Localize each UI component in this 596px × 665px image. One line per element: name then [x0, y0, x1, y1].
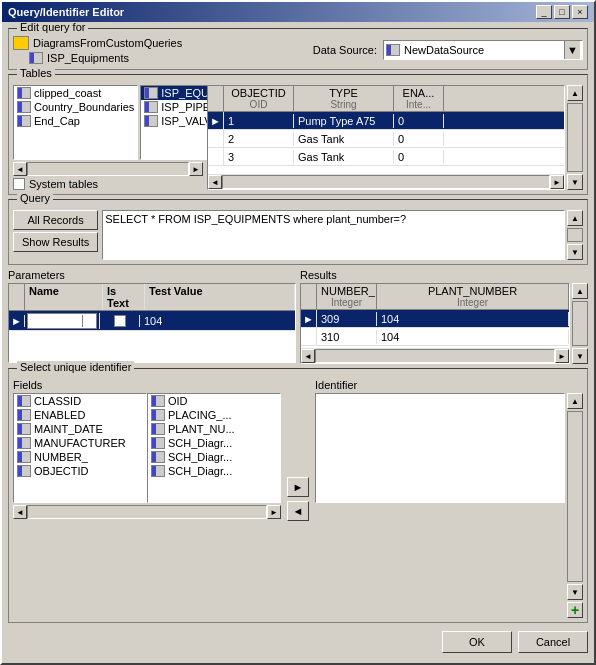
list-item[interactable]: End_Cap: [14, 114, 137, 128]
grid-hscroll-left[interactable]: ◄: [208, 175, 222, 189]
hscroll-track[interactable]: [27, 162, 189, 176]
tables-left-col: clipped_coast Country_Boundaries End_Cap: [13, 85, 138, 160]
ok-button[interactable]: OK: [442, 631, 512, 653]
cell-ena: 0: [394, 150, 444, 164]
results-vscroll: ▲ ▼: [572, 283, 588, 364]
results-row[interactable]: 310 104: [301, 328, 569, 346]
list-item[interactable]: PLACING_...: [148, 408, 280, 422]
system-tables-label: System tables: [29, 178, 98, 190]
row-marker: ►: [208, 112, 224, 129]
grid-hscroll-right[interactable]: ►: [550, 175, 564, 189]
fields-right-list[interactable]: OID PLACING_... PLANT_NU..: [147, 393, 281, 503]
query-text-area[interactable]: SELECT * FROM ISP_EQUIPMENTS where plant…: [102, 210, 565, 260]
query-content: All Records Show Results SELECT * FROM I…: [13, 210, 583, 260]
tables-section: Tables clipped_coast: [8, 74, 588, 195]
fields-left-list[interactable]: CLASSID ENABLED MAINT_DATE: [13, 393, 147, 503]
grid-icon: [17, 87, 31, 99]
grid-hscroll-track[interactable]: [222, 175, 550, 189]
list-item[interactable]: SCH_Diagr...: [148, 464, 280, 478]
selected-marker-icon: ►: [210, 115, 221, 127]
list-item[interactable]: MAINT_DATE: [14, 422, 146, 436]
query-vscroll-track[interactable]: [567, 228, 583, 242]
vscroll-down-btn[interactable]: ▼: [567, 174, 583, 190]
select-identifier-section: Select unique identifier Fields: [8, 368, 588, 623]
transfer-left-btn[interactable]: ◄: [287, 501, 309, 521]
list-item[interactable]: MANUFACTURER: [14, 436, 146, 450]
field-name: PLANT_NU...: [168, 423, 235, 435]
show-results-button[interactable]: Show Results: [13, 232, 98, 252]
maximize-button[interactable]: □: [554, 5, 570, 19]
child-tree-item: ISP_Equipments: [13, 51, 182, 65]
identifier-add-btn[interactable]: +: [567, 602, 583, 618]
fields-hscroll-right[interactable]: ►: [267, 505, 281, 519]
field-name: MAINT_DATE: [34, 423, 103, 435]
col-header-objectid: OBJECTID OID: [224, 86, 294, 111]
fields-section: Fields CLASSID: [13, 379, 281, 618]
list-item[interactable]: OBJECTID: [14, 464, 146, 478]
list-item[interactable]: Country_Boundaries: [14, 100, 137, 114]
cell-type: Pump Type A75: [294, 114, 394, 128]
table-row[interactable]: ► 1 Pump Type A75 0: [208, 112, 564, 130]
hscroll-right-btn[interactable]: ►: [189, 162, 203, 176]
vscroll-track[interactable]: [567, 103, 583, 172]
fields-hscroll-left[interactable]: ◄: [13, 505, 27, 519]
datasource-combo[interactable]: NewDataSource ▼: [383, 40, 583, 60]
results-hscroll-right[interactable]: ►: [555, 349, 569, 363]
list-item[interactable]: clipped_coast: [14, 86, 137, 100]
header-marker-cell: [208, 86, 224, 111]
system-tables-checkbox[interactable]: [13, 178, 25, 190]
child-item-label: ISP_Equipments: [47, 52, 129, 64]
results-hscroll-track[interactable]: [315, 349, 555, 363]
row-marker: [208, 130, 224, 147]
identifier-vscroll-up[interactable]: ▲: [567, 393, 583, 409]
list-item[interactable]: OID: [148, 394, 280, 408]
minimize-button[interactable]: _: [536, 5, 552, 19]
list-item[interactable]: ENABLED: [14, 408, 146, 422]
list-item[interactable]: NUMBER_: [14, 450, 146, 464]
tables-left-list[interactable]: clipped_coast Country_Boundaries End_Cap: [13, 85, 138, 160]
params-col-testval: Test Value: [145, 284, 295, 310]
tables-grid-body: ► 1 Pump Type A75 0 2 Gas Tank 0: [208, 112, 564, 172]
identifier-list[interactable]: [315, 393, 565, 503]
results-row[interactable]: ► 309 104: [301, 310, 569, 328]
list-item[interactable]: SCH_Diagr...: [148, 450, 280, 464]
cell-ena: 0: [394, 132, 444, 146]
params-istext-checkbox[interactable]: [114, 315, 126, 327]
params-row[interactable]: ► PlantNum ▼ 104: [9, 311, 295, 331]
tables-two-cols: clipped_coast Country_Boundaries End_Cap: [13, 85, 203, 160]
list-item[interactable]: SCH_Diagr...: [148, 436, 280, 450]
edit-query-section: Edit query for DiagramsFromCustomQueries…: [8, 28, 588, 70]
results-vscroll-up[interactable]: ▲: [572, 283, 588, 299]
params-name-combo[interactable]: PlantNum ▼: [27, 313, 97, 329]
query-text-wrapper: SELECT * FROM ISP_EQUIPMENTS where plant…: [102, 210, 583, 260]
results-vscroll-down[interactable]: ▼: [572, 348, 588, 364]
close-button[interactable]: ×: [572, 5, 588, 19]
identifier-vscroll-track[interactable]: [567, 411, 583, 582]
datasource-dropdown-arrow[interactable]: ▼: [564, 41, 580, 59]
transfer-right-btn[interactable]: ►: [287, 477, 309, 497]
query-section: Query All Records Show Results SELECT * …: [8, 199, 588, 265]
all-records-button[interactable]: All Records: [13, 210, 98, 230]
params-testvalue-cell[interactable]: 104: [140, 314, 295, 328]
datasource-value: NewDataSource: [404, 44, 564, 56]
fields-hscroll-track[interactable]: [27, 505, 267, 519]
identifier-vscroll-down[interactable]: ▼: [567, 584, 583, 600]
params-combo-arrow[interactable]: ▼: [82, 315, 94, 327]
cell-number: 309: [317, 312, 377, 326]
row-marker: [208, 148, 224, 165]
results-vscroll-track[interactable]: [572, 301, 588, 346]
table-row[interactable]: 3 Gas Tank 0: [208, 148, 564, 166]
results-hscroll-left[interactable]: ◄: [301, 349, 315, 363]
query-vscroll-up[interactable]: ▲: [567, 210, 583, 226]
hscroll-left-btn[interactable]: ◄: [13, 162, 27, 176]
cell-oid: 3: [224, 150, 294, 164]
table-row[interactable]: 2 Gas Tank 0: [208, 130, 564, 148]
grid-icon: [17, 423, 31, 435]
title-bar: Query/Identifier Editor _ □ ×: [2, 2, 594, 22]
list-item[interactable]: CLASSID: [14, 394, 146, 408]
vscroll-up-btn[interactable]: ▲: [567, 85, 583, 101]
query-vscroll-down[interactable]: ▼: [567, 244, 583, 260]
field-name: MANUFACTURER: [34, 437, 126, 449]
list-item[interactable]: PLANT_NU...: [148, 422, 280, 436]
cancel-button[interactable]: Cancel: [518, 631, 588, 653]
